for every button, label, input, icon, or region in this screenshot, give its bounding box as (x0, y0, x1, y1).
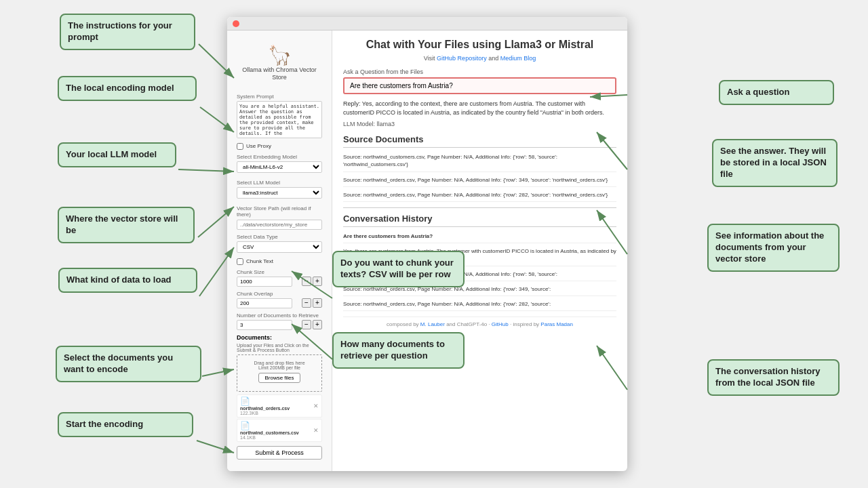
file1-size: 122.3KB (240, 411, 290, 415)
browse-files-button[interactable]: Browse files (258, 373, 300, 383)
source-item-1: Source: northwind_customers.csv, Page Nu… (343, 153, 616, 171)
llm-model-select[interactable]: llama3:instruct (237, 187, 322, 199)
annotation-vectorstore: Where the vector store will be (58, 207, 195, 243)
footer-composed: composed by (387, 321, 419, 327)
annotation-encoding: The local encoding model (58, 76, 197, 101)
source-docs-title: Source Documents (343, 134, 616, 148)
annotation-chunk: Do you want to chunk your texts? CSV wil… (332, 251, 465, 287)
use-proxy-label: Use Proxy (246, 143, 271, 149)
num-docs-input[interactable] (237, 320, 292, 330)
num-docs-plus[interactable]: + (313, 320, 322, 329)
main-title: Chat with Your Files using Llama3 or Mis… (343, 39, 616, 51)
chunk-size-minus[interactable]: − (302, 277, 311, 286)
source-2-text: Source: northwind_orders.csv, Page Numbe… (343, 177, 608, 183)
drop-zone-text: Drag and drop files here (240, 361, 319, 365)
annotation-llm-text: Your local LLM model (66, 149, 157, 159)
chunk-size-plus[interactable]: + (313, 277, 322, 286)
annotation-docs: Select the documents you want to encode (56, 346, 201, 382)
annotation-prompt: The instructions for your prompt (60, 14, 195, 50)
source-1-text: Source: northwind_customers.csv, Page Nu… (343, 154, 557, 167)
annotation-start: Start the encoding (58, 412, 193, 437)
annotation-numdocs-text: How many documents to retrieve per quest… (340, 339, 445, 361)
chunk-text-label: Chunk Text (246, 258, 273, 264)
chunk-size-label: Chunk Size (237, 269, 322, 275)
annotation-docs-text: Select the documents you want to encode (64, 352, 173, 374)
annotation-encoding-text: The local encoding model (66, 83, 174, 93)
source-3-text: Source: northwind_orders.csv, Page Numbe… (343, 192, 608, 198)
annotation-numdocs: How many documents to retrieve per quest… (332, 332, 465, 369)
annotation-seeanswer-text: See the answer. They will be stored in a… (720, 146, 827, 179)
annotation-llm: Your local LLM model (58, 142, 176, 167)
llm-model-display: LLM Model: llama3 (343, 121, 616, 127)
annotation-prompt-text: The instructions for your prompt (68, 20, 172, 42)
annotation-docinfo: See information about the documents from… (707, 224, 840, 272)
chunk-overlap-minus[interactable]: − (302, 298, 311, 308)
drop-zone[interactable]: Drag and drop files here Limit 200MB per… (237, 354, 322, 392)
annotation-docinfo-text: See information about the documents from… (715, 230, 824, 264)
vectorstore-path-input[interactable] (237, 220, 322, 230)
left-panel: 🦙 Ollama with Chroma Vector Store System… (227, 17, 332, 471)
file-icon-1: 📄 (240, 396, 250, 406)
source-item-2: Source: northwind_orders.csv, Page Numbe… (343, 176, 616, 187)
file2-size: 14.1KB (240, 435, 299, 440)
chunk-text-checkbox[interactable] (237, 258, 243, 265)
footer-link3[interactable]: Paras Madan (540, 321, 573, 327)
annotation-chunk-text: Do you want to chunk your texts? CSV wil… (340, 258, 454, 279)
annotation-convhistory: The conversation history from the local … (707, 359, 840, 396)
use-proxy-checkbox[interactable] (237, 143, 243, 150)
footer: composed by M. Lauber and ChatGPT-4o · G… (343, 317, 616, 327)
llm-model-label: Select LLM Model (237, 180, 322, 186)
app-logo: 🦙 Ollama with Chroma Vector Store (237, 40, 322, 89)
footer-and: and ChatGPT-4o · (446, 321, 490, 327)
submit-process-button[interactable]: Submit & Process (237, 446, 322, 460)
close-button[interactable] (233, 20, 239, 27)
embedding-model-label: Select Embedding Model (237, 154, 322, 160)
file-item-1: 📄 northwind_orders.csv 122.3KB ✕ (237, 394, 322, 418)
annotation-datatype-text: What kind of data to load (66, 274, 172, 285)
annotation-start-text: Start the encoding (66, 419, 143, 429)
embedding-model-select[interactable]: all-MiniLM-L6-v2 (237, 161, 322, 173)
system-prompt-textarea[interactable]: You are a helpful assistant. Answer the … (237, 101, 322, 138)
data-type-select[interactable]: CSV (237, 241, 322, 253)
file-icon-2: 📄 (240, 421, 250, 430)
chunk-overlap-plus[interactable]: + (313, 298, 322, 308)
chunk-size-input[interactable] (237, 277, 292, 287)
footer-inspired: · inspired by (510, 321, 539, 327)
file1-name: northwind_orders.csv (240, 406, 290, 411)
num-docs-label: Number of Documents to Retrieve (237, 312, 322, 319)
question-input[interactable] (343, 77, 616, 94)
app-window: 🦙 Ollama with Chroma Vector Store System… (227, 17, 627, 471)
vectorstore-label: Vector Store Path (will reload if there) (237, 205, 322, 218)
links-and: and (488, 55, 498, 62)
app-title-small: Ollama with Chroma Vector Store (237, 66, 322, 81)
conv-question: Are there customers from Austria? (343, 232, 616, 243)
annotation-datatype: What kind of data to load (58, 268, 197, 293)
svg-line-2 (178, 169, 234, 171)
conv-question-text: Are there customers from Austria? (343, 233, 433, 239)
annotation-seeanswer: See the answer. They will be stored in a… (712, 139, 837, 187)
reply-text: Reply: Yes, according to the context, th… (343, 100, 616, 117)
llama-icon: 🦙 (237, 44, 322, 66)
source-item-3: Source: northwind_orders.csv, Page Numbe… (343, 191, 616, 202)
annotation-askquestion-text: Ask a question (727, 87, 789, 97)
annotation-vectorstore-text: Where the vector store will be (66, 214, 178, 235)
links-row: Visit GitHub Repository and Medium Blog (343, 55, 616, 62)
file1-close-button[interactable]: ✕ (313, 403, 319, 409)
medium-link[interactable]: Medium Blog (500, 55, 536, 62)
file-item-2: 📄 northwind_customers.csv 14.1KB ✕ (237, 419, 322, 442)
upload-instructions: Upload your Files and Click on the Submi… (237, 343, 322, 352)
footer-link2[interactable]: GitHub (492, 321, 509, 327)
footer-link1[interactable]: M. Lauber (420, 321, 445, 327)
conv-history-title: Conversation History (343, 214, 616, 227)
num-docs-minus[interactable]: − (302, 320, 311, 329)
conv-source-3-text: Source: northwind_orders.csv, Page Numbe… (343, 301, 551, 307)
annotation-convhistory-text: The conversation history from the local … (715, 366, 821, 388)
limit-text: Limit 200MB per file (240, 365, 319, 370)
chunk-overlap-label: Chunk Overlap (237, 291, 322, 297)
links-prefix: Visit (424, 55, 435, 62)
chunk-overlap-input[interactable] (237, 298, 292, 308)
conv-source-3: Source: northwind_orders.csv, Page Numbe… (343, 300, 616, 311)
file2-close-button[interactable]: ✕ (313, 427, 319, 434)
github-link[interactable]: GitHub Repository (437, 55, 487, 62)
section-divider (343, 207, 616, 208)
